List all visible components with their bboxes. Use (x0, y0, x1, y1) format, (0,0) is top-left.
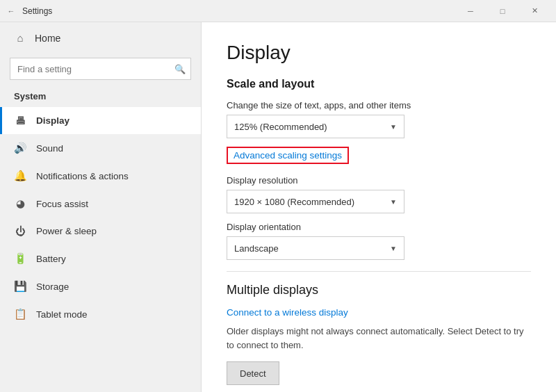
advanced-scaling-link[interactable]: Advanced scaling settings (227, 147, 349, 164)
sidebar-section-label: System (0, 87, 201, 107)
display-icon: 🖶 (14, 115, 26, 126)
multiple-displays-title: Multiple displays (227, 283, 531, 297)
orientation-label: Display orientation (227, 222, 531, 232)
change-size-label: Change the size of text, apps, and other… (227, 100, 531, 111)
sound-icon: 🔊 (14, 142, 26, 154)
sidebar-item-focus[interactable]: ◕ Focus assist (0, 190, 201, 218)
sidebar: ⌂ Home 🔍 System 🖶 Display 🔊 Sound 🔔 Noti… (0, 22, 202, 392)
resolution-dropdown-arrow: ▼ (390, 198, 397, 206)
sidebar-item-label: Power & sleep (36, 226, 97, 236)
page-title: Display (227, 42, 531, 64)
main-panel: Display Scale and layout Change the size… (202, 22, 556, 392)
tablet-icon: 📋 (14, 308, 26, 320)
sidebar-item-battery[interactable]: 🔋 Battery (0, 245, 201, 272)
scale-dropdown-arrow: ▼ (390, 123, 397, 131)
sidebar-item-label: Notifications & actions (36, 171, 129, 181)
scale-section-title: Scale and layout (227, 78, 531, 90)
search-input[interactable] (10, 58, 191, 80)
sidebar-item-storage[interactable]: 💾 Storage (0, 272, 201, 300)
sidebar-item-sound[interactable]: 🔊 Sound (0, 134, 201, 162)
sidebar-item-notifications[interactable]: 🔔 Notifications & actions (0, 162, 201, 190)
orientation-dropdown[interactable]: Landscape ▼ (227, 236, 404, 260)
sidebar-item-label: Battery (36, 254, 66, 264)
settings-window: ← Settings ─ □ ✕ ⌂ Home 🔍 System 🖶 Displ… (0, 0, 556, 392)
titlebar-title: Settings (22, 6, 52, 16)
focus-icon: ◕ (14, 197, 26, 210)
home-icon: ⌂ (14, 32, 26, 44)
wireless-display-link[interactable]: Connect to a wireless display (227, 307, 531, 318)
orientation-dropdown-arrow: ▼ (390, 245, 397, 252)
detect-button[interactable]: Detect (227, 361, 279, 385)
multiple-displays-description: Older displays might not always connect … (227, 325, 531, 352)
battery-icon: 🔋 (14, 252, 26, 265)
sidebar-search-container: 🔍 (10, 58, 191, 80)
orientation-value: Landscape (234, 243, 279, 254)
sidebar-item-label: Storage (36, 281, 69, 292)
sidebar-item-label: Focus assist (36, 199, 88, 209)
titlebar-nav: ← (6, 6, 17, 17)
content-area: ⌂ Home 🔍 System 🖶 Display 🔊 Sound 🔔 Noti… (0, 22, 556, 392)
resolution-dropdown[interactable]: 1920 × 1080 (Recommended) ▼ (227, 190, 404, 213)
minimize-button[interactable]: ─ (455, 0, 486, 22)
close-button[interactable]: ✕ (518, 0, 550, 22)
maximize-button[interactable]: □ (486, 0, 518, 22)
sidebar-item-display[interactable]: 🖶 Display (0, 107, 201, 134)
scale-dropdown[interactable]: 125% (Recommended) ▼ (227, 115, 404, 138)
resolution-label: Display resolution (227, 175, 531, 186)
section-divider (227, 271, 531, 272)
sidebar-item-label: Sound (36, 143, 63, 154)
power-icon: ⏻ (14, 225, 26, 237)
scale-value: 125% (Recommended) (234, 122, 327, 132)
titlebar: ← Settings ─ □ ✕ (0, 0, 556, 22)
sidebar-home-button[interactable]: ⌂ Home (0, 22, 201, 54)
home-label: Home (35, 33, 60, 44)
sidebar-item-power[interactable]: ⏻ Power & sleep (0, 218, 201, 245)
search-icon: 🔍 (174, 64, 186, 74)
sidebar-item-label: Display (36, 115, 70, 126)
back-button[interactable]: ← (6, 6, 17, 17)
titlebar-controls: ─ □ ✕ (455, 0, 550, 22)
resolution-value: 1920 × 1080 (Recommended) (234, 197, 354, 207)
sidebar-item-tablet[interactable]: 📋 Tablet mode (0, 300, 201, 328)
storage-icon: 💾 (14, 280, 26, 293)
notifications-icon: 🔔 (14, 170, 26, 182)
sidebar-item-label: Tablet mode (36, 309, 88, 320)
